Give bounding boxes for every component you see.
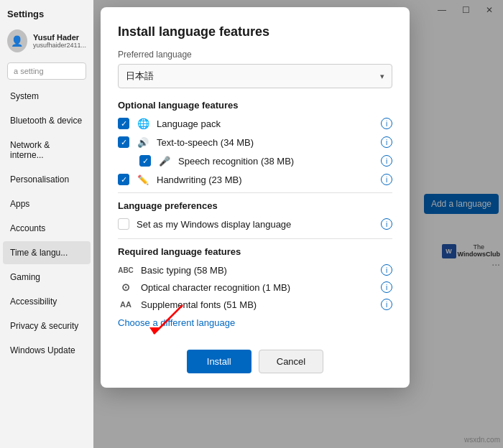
basic-typing-info-icon[interactable]: i (381, 264, 392, 276)
ocr-info-icon[interactable]: i (381, 281, 392, 293)
sidebar-item-bluetooth[interactable]: Bluetooth & device (3, 109, 91, 132)
display-language-feature: Set as my Windows display language i (118, 218, 392, 230)
choose-link-container: Choose a different language (118, 316, 392, 340)
feature-handwriting: ✏️ Handwriting (23 MB) i (118, 174, 392, 185)
feature-language-pack: 🌐 Language pack i (118, 118, 392, 129)
modal-footer: Install Cancel (118, 350, 392, 373)
lang-pref-heading: Language preferences (118, 200, 392, 211)
app-title: Settings (0, 0, 93, 24)
handwriting-label: Handwriting (23 MB) (157, 174, 374, 185)
handwriting-icon: ✏️ (137, 174, 149, 185)
feature-tts: 🔊 Text-to-speech (34 MB) i (118, 136, 392, 148)
sidebar-item-system[interactable]: System (3, 85, 91, 108)
language-dropdown[interactable]: 日本語 ▾ (118, 64, 392, 88)
cancel-button[interactable]: Cancel (259, 350, 323, 373)
preferred-lang-label: Preferred language (118, 50, 392, 60)
required-section-heading: Required language features (118, 246, 392, 257)
language-pack-label: Language pack (157, 118, 374, 129)
language-pack-icon: 🌐 (137, 118, 149, 129)
tts-icon: 🔊 (137, 137, 149, 148)
sidebar-item-personalisation[interactable]: Personalisation (3, 168, 91, 191)
tts-checkbox[interactable] (118, 136, 129, 148)
svg-line-0 (154, 305, 183, 334)
language-pack-info-icon[interactable]: i (381, 118, 392, 129)
sidebar-item-windows-update[interactable]: Windows Update (3, 339, 91, 362)
modal-overlay: Install language features Preferred lang… (93, 0, 503, 448)
display-language-label: Set as my Windows display language (137, 219, 374, 230)
ocr-icon: ⊙ (118, 281, 134, 293)
selected-language: 日本語 (126, 70, 154, 83)
fonts-icon: AA (118, 300, 134, 309)
sidebar-item-network[interactable]: Network & interne... (3, 134, 91, 167)
optional-section-heading: Optional language features (118, 100, 392, 111)
sidebar-item-accounts[interactable]: Accounts (3, 217, 91, 240)
sidebar-item-accessibility[interactable]: Accessibility (3, 290, 91, 313)
user-profile[interactable]: 👤 Yusuf Hader yusufhaider2411... (0, 24, 93, 58)
tts-info-icon[interactable]: i (381, 136, 392, 148)
handwriting-info-icon[interactable]: i (381, 174, 392, 185)
divider-1 (118, 192, 392, 193)
main-area: — ☐ ✕ Add a language W The WindowsClub ·… (93, 0, 503, 448)
sidebar-item-gaming[interactable]: Gaming (3, 266, 91, 289)
install-button[interactable]: Install (187, 350, 251, 373)
divider-2 (118, 238, 392, 239)
sidebar-item-privacy[interactable]: Privacy & security (3, 314, 91, 337)
sidebar-item-apps[interactable]: Apps (3, 192, 91, 215)
user-email: yusufhaider2411... (33, 42, 86, 49)
sidebar: Settings 👤 Yusuf Hader yusufhaider2411..… (0, 0, 93, 448)
display-language-checkbox[interactable] (118, 218, 129, 230)
fonts-info-icon[interactable]: i (381, 299, 392, 310)
sidebar-item-time-language[interactable]: Time & langu... (3, 241, 91, 264)
speech-recognition-checkbox[interactable] (139, 155, 151, 167)
language-pack-checkbox[interactable] (118, 118, 129, 129)
speech-recognition-icon: 🎤 (158, 156, 171, 167)
basic-typing-icon: ABC (118, 266, 134, 274)
ocr-label: Optical character recognition (1 MB) (141, 282, 374, 293)
user-name: Yusuf Hader (33, 33, 86, 42)
search-input[interactable]: a setting (7, 62, 86, 80)
tts-label: Text-to-speech (34 MB) (157, 137, 374, 148)
dropdown-chevron-icon: ▾ (380, 72, 384, 81)
avatar: 👤 (7, 29, 27, 52)
lang-pref-section: Language preferences Set as my Windows d… (118, 200, 392, 230)
feature-speech-recognition: 🎤 Speech recognition (38 MB) i (118, 155, 392, 167)
modal-title: Install language features (118, 24, 392, 39)
speech-recognition-info-icon[interactable]: i (381, 155, 392, 167)
arrow-annotation (139, 302, 190, 345)
handwriting-checkbox[interactable] (118, 174, 129, 185)
speech-recognition-label: Speech recognition (38 MB) (178, 156, 374, 167)
display-language-info-icon[interactable]: i (381, 218, 392, 230)
basic-typing-label: Basic typing (58 MB) (141, 265, 374, 276)
required-ocr: ⊙ Optical character recognition (1 MB) i (118, 281, 392, 293)
required-basic-typing: ABC Basic typing (58 MB) i (118, 264, 392, 276)
install-language-modal: Install language features Preferred lang… (101, 7, 410, 388)
required-section: Required language features ABC Basic typ… (118, 246, 392, 310)
